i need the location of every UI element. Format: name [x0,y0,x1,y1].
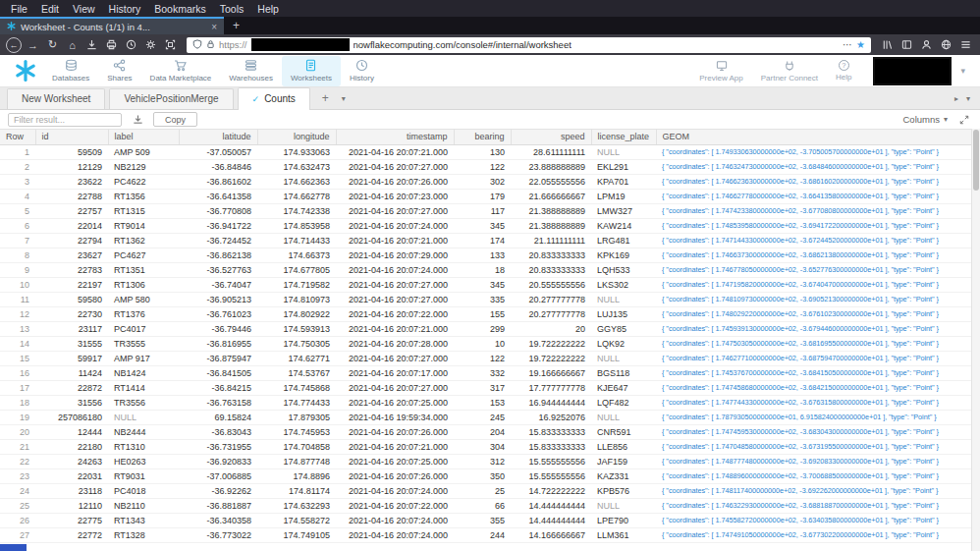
globe-icon[interactable] [938,36,954,53]
cell-bearing[interactable]: 10 [454,336,511,351]
cell-row[interactable]: 21 [0,439,35,454]
cell-label[interactable]: RT1356 [108,189,179,203]
cell-speed[interactable]: 21.388888889 [511,203,591,218]
cell-geom[interactable]: { "coordinates": [ 1.746778050000000e+02… [656,262,972,277]
table-row[interactable]: 422788RT1356-36.641358174.6627782021-04-… [0,189,972,203]
cell-bearing[interactable]: 345 [454,277,511,292]
table-row[interactable]: 19257086180NULL69.1582417.8793052021-04-… [0,410,972,424]
cell-geom[interactable]: { "coordinates": [ 1.746322930000000e+02… [656,498,972,513]
cell-id[interactable]: 22872 [35,380,108,395]
cell-latitude[interactable]: -36.92262 [179,483,257,498]
cell-label[interactable]: RT1306 [108,277,179,292]
cell-speed[interactable]: 16.944444444 [511,395,591,410]
cell-row[interactable]: 4 [0,189,35,203]
table-row[interactable]: 1022197RT1306-36.74047174.7195822021-04-… [0,277,972,292]
cell-latitude[interactable]: -36.641358 [179,189,257,203]
cell-license_plate[interactable]: LUJ135 [591,306,656,321]
cell-bearing[interactable]: 355 [454,513,511,527]
cell-geom[interactable]: { "coordinates": [ 1.746324730000000e+02… [656,159,972,174]
partner-connect-button[interactable]: Partner Connect [753,56,826,86]
cell-label[interactable]: NB2444 [108,424,179,439]
cell-bearing[interactable]: 117 [454,203,511,218]
cell-bearing[interactable]: 153 [454,395,511,410]
cell-id[interactable]: 22014 [35,218,108,233]
cell-bearing[interactable]: 122 [454,351,511,365]
cell-latitude[interactable]: -37.006885 [179,468,257,483]
cell-latitude[interactable]: -36.841505 [179,365,257,380]
cell-speed[interactable]: 19.166666667 [511,365,591,380]
preview-app-button[interactable]: Preview App [691,56,750,86]
cell-geom[interactable]: { "coordinates": [ 1.746623630000000e+02… [656,174,972,189]
cell-speed[interactable]: 14.722222222 [511,483,591,498]
cell-speed[interactable]: 19.722222222 [511,351,591,365]
cell-latitude[interactable]: -37.050057 [179,144,257,159]
cell-geom[interactable]: { "coordinates": [ 1.748777480000000e+02… [656,454,972,468]
cell-id[interactable]: 22775 [35,513,108,527]
cell-row[interactable]: 12 [0,306,35,321]
table-row[interactable]: 2224263HE0263-36.920833174.8777482021-04… [0,454,972,468]
cell-row[interactable]: 3 [0,174,35,189]
cell-bearing[interactable]: 130 [454,144,511,159]
cell-label[interactable]: RT1351 [108,262,179,277]
cell-license_plate[interactable]: LQF482 [591,395,656,410]
cell-longitude[interactable]: 174.66373 [257,248,336,262]
cell-label[interactable]: RT1315 [108,203,179,218]
cell-license_plate[interactable]: KAZ331 [591,468,656,483]
sidebar-icon[interactable] [898,36,915,53]
cell-license_plate[interactable]: KPK169 [591,248,656,262]
cell-timestamp[interactable]: 2021-04-16 20:07:27.000 [336,203,454,218]
cell-license_plate[interactable]: GGY85 [591,321,656,336]
table-row[interactable]: 522757RT1315-36.770808174.7423382021-04-… [0,203,972,218]
help-button[interactable]: ? Help [828,56,859,86]
cell-longitude[interactable]: 174.593913 [257,321,336,336]
hamburger-menu-icon[interactable] [957,36,974,53]
worksheet-menu-caret-icon[interactable]: ▾ [337,94,351,103]
column-header-speed[interactable]: speed [511,130,591,144]
cell-label[interactable]: RT1376 [108,306,179,321]
cell-id[interactable]: 31555 [35,336,108,351]
cell-speed[interactable]: 21.111111111 [511,233,591,248]
cell-row[interactable]: 5 [0,203,35,218]
cell-longitude[interactable]: 174.8896 [257,468,336,483]
column-header-id[interactable]: id [35,130,108,144]
cell-geom[interactable]: { "coordinates": [ 1.746277100000000e+02… [656,351,972,365]
cell-timestamp[interactable]: 2021-04-16 20:07:24.000 [336,218,454,233]
cell-speed[interactable]: 14.166666667 [511,527,591,542]
cell-timestamp[interactable]: 2021-04-16 20:07:17.000 [336,365,454,380]
cell-longitude[interactable]: 174.719582 [257,277,336,292]
cell-bearing[interactable]: 155 [454,306,511,321]
nav-item-data-marketplace[interactable]: Data Marketplace [141,56,221,86]
cell-timestamp[interactable]: 2021-04-16 20:07:21.000 [336,321,454,336]
cell-speed[interactable]: 23.888888889 [511,159,591,174]
settings-gear-icon[interactable] [142,36,159,53]
table-row[interactable]: 2423118PC4018-36.92262174.811742021-04-1… [0,483,972,498]
cell-row[interactable]: 7 [0,233,35,248]
cell-geom[interactable]: { "coordinates": [ 1.747144330000000e+02… [656,233,972,248]
cell-id[interactable]: 12129 [35,159,108,174]
cell-label[interactable]: AMP 917 [108,351,179,365]
cell-latitude[interactable]: -36.79446 [179,321,257,336]
cell-timestamp[interactable]: 2021-04-16 20:07:27.000 [336,159,454,174]
cell-bearing[interactable]: 133 [454,248,511,262]
table-row[interactable]: 2322031RT9031-37.006885174.88962021-04-1… [0,468,972,483]
worksheet-list-caret-icon[interactable]: ▾ [966,94,970,103]
cell-row[interactable]: 6 [0,218,35,233]
cell-id[interactable]: 31556 [35,395,108,410]
cell-longitude[interactable]: 174.677805 [257,262,336,277]
cell-label[interactable]: NB1424 [108,365,179,380]
cell-license_plate[interactable]: KJE647 [591,380,656,395]
cell-timestamp[interactable]: 2021-04-16 20:07:22.000 [336,498,454,513]
cell-geom[interactable]: { "coordinates": [ 1.748029220000000e+02… [656,306,972,321]
table-row[interactable]: 2122180RT1310-36.731955174.7048582021-04… [0,439,972,454]
cell-license_plate[interactable]: LLM361 [591,527,656,542]
screenshot-icon[interactable] [162,36,179,53]
column-header-longitude[interactable]: longitude [257,130,336,144]
column-header-license_plate[interactable]: license_plate [591,130,656,144]
cell-bearing[interactable]: 245 [454,410,511,424]
cell-label[interactable]: NB2129 [108,159,179,174]
cell-bearing[interactable]: 304 [454,439,511,454]
back-button[interactable]: ← [6,37,22,53]
table-row[interactable]: 1722872RT1414-36.84215174.7458682021-04-… [0,380,972,395]
menu-history[interactable]: History [102,2,148,16]
cell-bearing[interactable]: 179 [454,189,511,203]
